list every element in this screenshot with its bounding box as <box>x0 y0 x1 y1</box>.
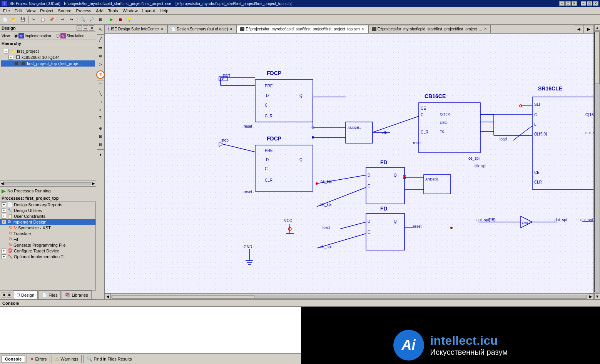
proc-fit[interactable]: ↻ Fit <box>0 236 95 242</box>
menu-window[interactable]: Window <box>120 8 140 14</box>
menu-help[interactable]: Help <box>157 8 171 14</box>
h-scrollbar[interactable]: ◀ ▶ <box>105 293 594 299</box>
top-sch-tab-close[interactable]: ✕ <box>361 27 365 31</box>
design-summary-tab-close[interactable]: ✕ <box>229 27 233 31</box>
tree-item-project[interactable]: − 📁 first_project <box>1 48 95 54</box>
tb-paste[interactable]: 📌 <box>47 15 56 24</box>
close-button[interactable]: ✕ <box>572 1 577 6</box>
radio-impl[interactable] <box>14 34 18 38</box>
infocenter-tab-close[interactable]: ✕ <box>160 27 164 31</box>
v-scrollbar[interactable]: ▲ ▼ <box>594 25 600 299</box>
sch-tab-second[interactable]: ⬛ E:\projects\for_myrobot\cpld_start\fir… <box>368 25 491 33</box>
tool-zoom2[interactable]: ⊞ <box>97 132 104 140</box>
btab-design[interactable]: ⊟ Design <box>13 291 38 299</box>
menu-tools[interactable]: Tools <box>106 8 120 14</box>
status-tab-find[interactable]: 🔍 Find in Files Results <box>83 355 135 363</box>
tool-text[interactable]: T <box>97 114 104 122</box>
view-tab-impl[interactable]: ⚙ Implementation <box>12 33 52 39</box>
tb-undo[interactable]: ↩ <box>58 15 67 24</box>
tb-run[interactable]: ▶ <box>107 15 116 24</box>
menu-edit[interactable]: Edit <box>12 8 24 14</box>
tb-cut[interactable]: ✂ <box>30 15 38 24</box>
tree-expand-project[interactable]: − <box>4 49 8 53</box>
hscroll-left[interactable]: ◀ <box>105 294 111 300</box>
maximize-button[interactable]: □ <box>565 1 571 6</box>
maximize-button-2[interactable]: □ <box>587 1 592 6</box>
tb-redo[interactable]: ↪ <box>67 15 76 24</box>
proc-gen-prog[interactable]: ↻ Generate Programming File <box>0 242 95 248</box>
hierarchy-tree[interactable]: − 📁 first_project − 🔲 xc95288xl-10TQ144 … <box>0 47 96 180</box>
tb-stop[interactable]: ⏹ <box>116 15 125 24</box>
proc-synthesize[interactable]: ↻ ↻ Synthesize - XST <box>0 225 95 230</box>
expand-constraints[interactable]: + <box>2 214 6 219</box>
menu-source[interactable]: Source <box>56 8 74 14</box>
vscroll-down[interactable]: ▼ <box>594 293 600 299</box>
panel-close-icon[interactable]: ✕ <box>89 25 94 31</box>
tool-line[interactable]: ╲ <box>97 90 104 97</box>
tool-arc[interactable]: ⌒ <box>97 82 104 89</box>
menu-add[interactable]: Add <box>94 8 106 14</box>
tool-select[interactable]: ↖ <box>97 25 104 33</box>
btab-nav-right[interactable]: ▶ <box>7 292 12 297</box>
tree-item-chip[interactable]: − 🔲 xc95288xl-10TQ144 <box>1 54 95 60</box>
view-tab-sim[interactable]: S Simulation <box>54 33 86 39</box>
scroll-right[interactable]: ▶ <box>92 181 95 185</box>
proc-user-constraints[interactable]: + 📋 User Constraints <box>0 213 95 219</box>
tool-rect[interactable]: □ <box>97 98 104 105</box>
proc-design-summary[interactable]: + 📄 Design Summary/Reports <box>0 202 95 207</box>
status-tab-warnings[interactable]: ⚠ Warnings <box>52 355 82 363</box>
menu-layout[interactable]: Layout <box>140 8 157 14</box>
tool-zoom[interactable]: ⊕ <box>97 124 104 132</box>
proc-design-utilities[interactable]: + 🔧 Design Utilities <box>0 207 95 213</box>
expand-configure[interactable]: + <box>2 249 6 253</box>
tb-new[interactable]: 📄 <box>1 15 9 24</box>
tb-save[interactable]: 💾 <box>18 15 27 24</box>
expand-utilities[interactable]: + <box>2 208 6 213</box>
radio-sim[interactable] <box>56 34 60 38</box>
tool-port[interactable]: ▷ <box>97 60 104 68</box>
minimize-button-2[interactable]: – <box>581 1 586 6</box>
tab-nav-right[interactable]: ▶ <box>584 25 594 33</box>
tb-fit[interactable]: ⊞ <box>96 15 105 24</box>
panel-pin[interactable]: ↔ <box>77 25 82 31</box>
expand-optional[interactable]: + <box>2 254 6 259</box>
tool-extra1[interactable]: ✦ <box>97 151 104 159</box>
menu-view[interactable]: View <box>24 8 38 14</box>
horizontal-scrollbar[interactable] <box>5 182 91 185</box>
tb-zoom-in[interactable]: 🔍 <box>79 15 87 24</box>
status-tab-errors[interactable]: ✕ Errors <box>27 355 50 363</box>
tool-net[interactable]: ⊕ <box>97 52 104 60</box>
menu-file[interactable]: File <box>1 8 12 14</box>
tool-bus[interactable]: ═ <box>97 44 104 52</box>
schematic-canvas-area[interactable]: FDCP PRE D Q C CLR start <box>105 33 594 293</box>
second-tab-close[interactable]: ✕ <box>483 27 487 31</box>
tree-expand-chip[interactable]: − <box>8 55 13 60</box>
tb-open[interactable]: 📂 <box>10 15 18 24</box>
tb-zoom-out[interactable]: 🔎 <box>87 15 96 24</box>
proc-implement-design[interactable]: + ⚙ Implement Design <box>0 219 95 225</box>
vscroll-thumb[interactable] <box>595 32 600 84</box>
vscroll-up[interactable]: ▲ <box>594 25 600 31</box>
tb-light[interactable]: 💡 <box>125 15 134 24</box>
tool-zoom3[interactable]: ⊟ <box>97 140 104 148</box>
hscroll-track[interactable] <box>112 295 587 299</box>
proc-configure[interactable]: + 🎯 Configure Target Device <box>0 248 95 254</box>
menu-project[interactable]: Project <box>38 8 55 14</box>
proc-translate[interactable]: ↻ Translate <box>0 230 95 236</box>
minimize-button[interactable]: – <box>559 1 565 6</box>
tool-wire[interactable]: ╱ <box>97 36 104 43</box>
expand-design-summary[interactable]: + <box>2 202 6 207</box>
menu-process[interactable]: Process <box>74 8 94 14</box>
scroll-left[interactable]: ◀ <box>1 181 4 185</box>
sch-tab-design-summary[interactable]: 📄 Design Summary (out of date) ✕ <box>167 25 236 33</box>
tab-nav-left[interactable]: ◀ <box>574 25 584 33</box>
proc-optional[interactable]: + 🔨 Optional Implementation T... <box>0 254 95 259</box>
tool-ellipse[interactable]: ○ <box>97 106 104 114</box>
sch-tab-infocenter[interactable]: ℹ ISE Design Suite InfoCenter ✕ <box>105 25 167 33</box>
btab-nav-left[interactable]: ◀ <box>1 292 6 297</box>
tool-add-symbol[interactable]: ⊞ <box>96 70 105 79</box>
expand-implement[interactable]: + <box>2 220 6 224</box>
tree-item-top[interactable]: ⬛ ⬛ first_project_top (first_proje... <box>1 60 95 67</box>
panel-min[interactable]: — <box>83 25 88 31</box>
status-tab-console[interactable]: Console <box>2 355 25 363</box>
